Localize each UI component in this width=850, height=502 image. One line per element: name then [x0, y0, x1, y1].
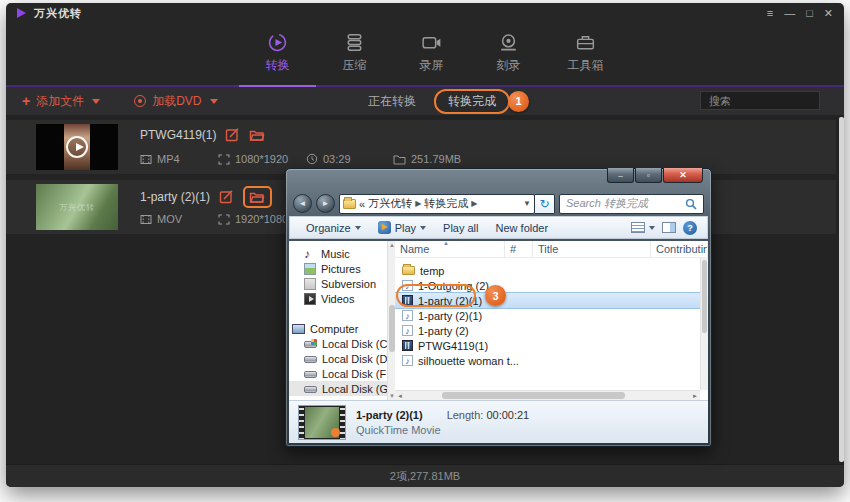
close-icon[interactable]: ✕ — [663, 168, 703, 183]
tab-toolbox[interactable]: 工具箱 — [547, 31, 624, 74]
clock-icon — [306, 153, 318, 165]
resolution-icon — [218, 214, 230, 225]
play-all-button[interactable]: Play all — [437, 222, 484, 234]
list-item-1-party-2-1-selected[interactable]: 1-party (2)(1) — [395, 293, 708, 308]
sidebar-item-disk-d[interactable]: Local Disk (D:) — [289, 351, 395, 366]
tab-finished[interactable]: 转换完成 — [434, 89, 510, 114]
load-dvd-button[interactable]: 加载DVD — [134, 93, 217, 110]
column-headers: ▲ Name # Title Contributing — [395, 241, 708, 258]
explorer-titlebar[interactable]: – ▫ ✕ — [286, 169, 711, 191]
film-icon — [140, 154, 152, 165]
media-file-icon: ♪ — [402, 310, 413, 321]
list-item-1-party-2-1[interactable]: ♪1-party (2)(1) — [395, 308, 708, 323]
sidebar-scrollbar[interactable]: ▲ ▼ — [387, 241, 395, 400]
list-item-ptwg4119[interactable]: PTWG4119(1) — [395, 338, 708, 353]
explorer-search-placeholder: Search 转换完成 — [566, 196, 681, 211]
tab-record[interactable]: 录屏 — [393, 31, 470, 74]
maximize-icon[interactable]: □ — [806, 6, 813, 20]
duration-value: 03:29 — [306, 153, 351, 165]
horizontal-scrollbar[interactable]: ◄ ► — [395, 390, 700, 400]
column-contributing[interactable]: Contributing — [651, 241, 708, 257]
forward-icon[interactable]: ► — [316, 194, 335, 213]
annotation-highlight-2 — [243, 186, 272, 208]
record-screen-icon — [420, 31, 443, 54]
scrollbar[interactable] — [839, 117, 844, 462]
open-folder-icon[interactable] — [249, 190, 266, 204]
sidebar-item-disk-c[interactable]: Local Disk (C:) — [289, 336, 395, 351]
tab-convert[interactable]: 转换 — [239, 31, 316, 74]
column-title[interactable]: Title — [533, 241, 651, 257]
folder-icon — [304, 278, 316, 290]
disk-icon — [304, 341, 317, 348]
toolbox-icon — [574, 31, 597, 54]
help-icon[interactable]: ? — [683, 221, 697, 235]
add-files-label: 添加文件 — [36, 93, 84, 110]
tab-burn[interactable]: 刻录 — [470, 31, 547, 74]
address-bar[interactable]: « 万兴优转 ▶ 转换完成 ▶ ▼ — [339, 194, 535, 214]
tab-compress[interactable]: 压缩 — [316, 31, 393, 74]
change-view-button[interactable] — [631, 222, 655, 233]
file-length: Length: 00:00:21 — [447, 409, 530, 421]
scrollbar-thumb[interactable] — [702, 260, 707, 333]
open-folder-icon[interactable] — [249, 128, 266, 142]
tab-converting[interactable]: 正在转换 — [358, 93, 426, 110]
list-item-outgoing[interactable]: ♪1-Outgoing (2) — [395, 278, 708, 293]
close-icon[interactable]: ✕ — [824, 6, 833, 20]
tab-convert-label: 转换 — [266, 57, 290, 74]
sidebar-item-disk-g[interactable]: Local Disk (G:) — [289, 381, 395, 396]
column-name[interactable]: Name — [395, 241, 505, 257]
play-icon[interactable] — [66, 136, 88, 158]
menu-icon[interactable]: ≡ — [767, 6, 773, 20]
list-item-silhouette[interactable]: ♪silhouette woman t... — [395, 353, 708, 368]
sidebar-item-computer[interactable]: Computer — [289, 321, 395, 336]
status-summary: 2项,277.81MB — [390, 469, 460, 484]
preview-pane-icon[interactable] — [662, 222, 676, 233]
add-files-button[interactable]: + 添加文件 — [22, 93, 100, 110]
sidebar-item-pictures[interactable]: Pictures — [289, 261, 395, 276]
sidebar-item-videos[interactable]: Videos — [289, 291, 395, 306]
sidebar-item-subversion[interactable]: Subversion — [289, 276, 395, 291]
vertical-scrollbar[interactable] — [700, 258, 708, 390]
chevron-down-icon — [420, 226, 426, 230]
organize-button[interactable]: Organize — [300, 222, 367, 234]
column-number[interactable]: # — [505, 241, 533, 257]
edit-name-icon[interactable] — [219, 189, 234, 204]
film-icon — [140, 214, 152, 225]
minimize-icon[interactable]: – — [607, 168, 634, 183]
minimize-icon[interactable]: — — [784, 6, 795, 20]
breadcrumb-prefix: « — [359, 198, 365, 210]
tab-record-label: 录屏 — [420, 57, 444, 74]
chevron-down-icon — [92, 99, 100, 104]
media-file-icon: ♪ — [402, 355, 413, 366]
back-icon[interactable]: ◄ — [293, 194, 312, 213]
load-dvd-label: 加载DVD — [152, 93, 201, 110]
scroll-left-icon[interactable]: ◄ — [395, 393, 405, 399]
resolution-value: 1920*1080 — [218, 213, 288, 225]
file-name: 1-party (2)(1) — [140, 190, 210, 204]
file-row-ptwg4119[interactable]: PTWG4119(1) MP4 1080*1920 — [6, 120, 836, 174]
maximize-icon[interactable]: ▫ — [635, 168, 662, 183]
movie-file-icon — [402, 340, 413, 351]
explorer-search-box[interactable]: Search 转换完成 — [559, 194, 704, 214]
new-folder-button[interactable]: New folder — [490, 222, 555, 234]
search-input[interactable] — [700, 91, 820, 110]
play-button[interactable]: Play — [372, 221, 432, 234]
scrollbar-thumb[interactable] — [442, 392, 625, 399]
breadcrumb-current[interactable]: 转换完成 — [424, 196, 468, 211]
list-item-1-party-2[interactable]: ♪1-party (2) — [395, 323, 708, 338]
folder-icon — [343, 199, 356, 209]
burn-icon — [497, 31, 520, 54]
edit-name-icon[interactable] — [225, 127, 240, 142]
sidebar-item-disk-f[interactable]: Local Disk (F:) — [289, 366, 395, 381]
address-dropdown-icon[interactable]: ▼ — [523, 199, 531, 208]
refresh-icon[interactable]: ↻ — [535, 194, 555, 214]
chevron-down-icon — [355, 226, 361, 230]
window-controls: ≡ — □ ✕ — [767, 6, 833, 20]
sort-icon: ▲ — [443, 241, 449, 246]
breadcrumb-parent[interactable]: 万兴优转 — [368, 196, 412, 211]
list-item-temp[interactable]: temp — [395, 263, 708, 278]
sidebar-item-music[interactable]: ♪Music — [289, 246, 395, 261]
scroll-right-icon[interactable]: ► — [690, 393, 700, 399]
selected-file-name: 1-party (2)(1) — [356, 409, 423, 421]
explorer-toolbar: Organize Play Play all New folder ? — [289, 216, 708, 239]
